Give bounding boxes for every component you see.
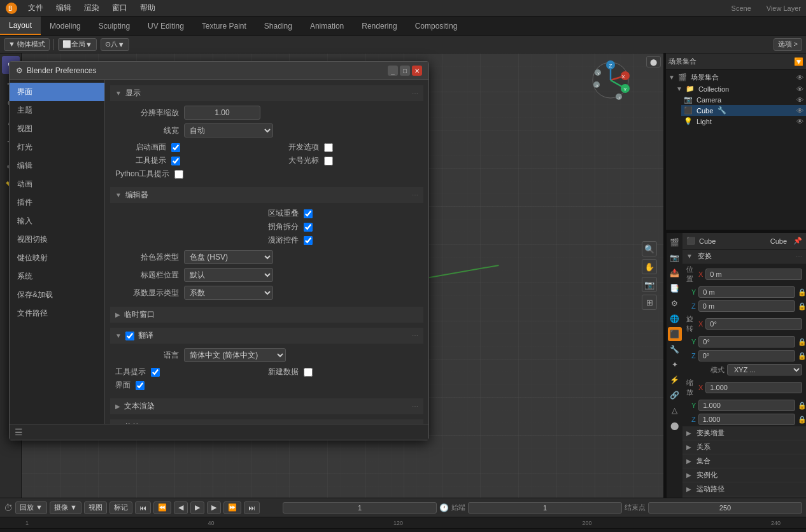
temp-window-header[interactable]: ▶ 临时窗口 <box>110 307 423 323</box>
next-keyframe-btn[interactable]: ⏩ <box>223 501 241 514</box>
header-pos-select[interactable]: 默认 <box>184 268 273 282</box>
modifier-props-icon[interactable]: 🔧 <box>668 342 682 356</box>
scale-y-input[interactable] <box>698 400 795 411</box>
data-props-icon[interactable]: △ <box>668 403 682 417</box>
eye-collection-icon[interactable]: 👁 <box>796 85 803 93</box>
rotation-z-lock[interactable]: 🔒 <box>798 352 806 360</box>
lang-select[interactable]: 简体中文 (简体中文) <box>184 348 286 362</box>
hand-icon[interactable]: ✋ <box>642 259 657 274</box>
timeline-icon[interactable]: ⏱ <box>4 503 13 513</box>
particles-icon[interactable]: ✦ <box>668 358 682 372</box>
menu-file[interactable]: 文件 <box>23 1 48 15</box>
outliner-camera[interactable]: 📷 Camera 👁 <box>681 94 806 105</box>
next-frame-btn[interactable]: ▶ <box>207 501 221 514</box>
pref-item-navigation[interactable]: 视图切换 <box>10 230 104 249</box>
corner-split-checkbox[interactable] <box>304 223 313 232</box>
num-display-select[interactable]: 系数 <box>184 286 273 300</box>
options-btn[interactable]: 选项 > <box>774 38 802 51</box>
pref-item-viewport[interactable]: 视图 <box>10 120 104 138</box>
nav-gizmo[interactable]: X Y Z -X -Y -Z <box>590 60 632 103</box>
menu-help[interactable]: 帮助 <box>135 1 160 15</box>
transform-section-header[interactable]: ▼ 变换 ⋯ <box>682 249 806 263</box>
color-picker-select[interactable]: 色盘 (HSV) <box>184 250 273 264</box>
pref-item-animation[interactable]: 动画 <box>10 175 104 193</box>
tab-layout[interactable]: Layout <box>0 17 41 35</box>
skip-end-btn[interactable]: ⏭ <box>244 501 260 514</box>
pref-item-theme[interactable]: 主题 <box>10 101 104 120</box>
translation-section-header[interactable]: ▼ 翻译 ⋯ <box>110 328 423 344</box>
zoom-icon[interactable]: 🔍 <box>642 241 657 256</box>
translation-enabled-checkbox[interactable] <box>125 332 134 340</box>
position-y-lock[interactable]: 🔒 <box>798 288 806 297</box>
outliner-scene-collection[interactable]: ▼ 🎬 场景集合 👁 <box>666 71 806 83</box>
tab-rendering[interactable]: Rendering <box>353 17 406 35</box>
trans-ui-checkbox[interactable] <box>136 381 145 390</box>
dialog-maximize-btn[interactable]: □ <box>400 66 410 76</box>
eye-scene-icon[interactable]: 👁 <box>796 74 803 81</box>
current-frame-input[interactable] <box>283 502 437 514</box>
position-z-lock[interactable]: 🔒 <box>798 302 806 311</box>
scale-x-input[interactable] <box>705 382 802 393</box>
region-overlap-checkbox[interactable] <box>304 209 313 218</box>
eye-light-icon[interactable]: 👁 <box>796 118 803 125</box>
eye-cube-icon[interactable]: 👁 <box>796 107 803 115</box>
menu-window[interactable]: 窗口 <box>107 1 132 15</box>
play-btn[interactable]: ▶ <box>190 501 204 514</box>
pref-item-system[interactable]: 系统 <box>10 267 104 286</box>
pin-icon[interactable]: 📌 <box>793 237 802 245</box>
tab-uv-editing[interactable]: UV Editing <box>139 17 193 35</box>
menu-edit[interactable]: 编辑 <box>51 1 76 15</box>
collections-header[interactable]: ▶ 集合 <box>682 454 806 468</box>
marker-menu[interactable]: 标记 <box>110 501 132 514</box>
instancing-header[interactable]: ▶ 实例化 <box>682 468 806 482</box>
constraints-icon[interactable]: 🔗 <box>668 388 682 402</box>
pref-item-addons[interactable]: 插件 <box>10 193 104 212</box>
world-props-icon[interactable]: 🌐 <box>668 312 682 326</box>
new-data-checkbox[interactable] <box>304 368 313 377</box>
view-select[interactable]: ⬜ 全局 ▼ <box>58 38 97 51</box>
line-select[interactable]: 自动 <box>184 123 273 137</box>
tab-shading[interactable]: Shading <box>255 17 301 35</box>
pref-item-save-load[interactable]: 保存&加载 <box>10 286 104 304</box>
pref-item-keymap[interactable]: 键位映射 <box>10 249 104 267</box>
cursor-checkbox[interactable] <box>324 157 333 165</box>
pref-item-editing[interactable]: 编辑 <box>10 157 104 175</box>
zoom-select[interactable]: 回放 ▼ <box>15 501 47 514</box>
scale-z-lock[interactable]: 🔒 <box>798 416 806 424</box>
editor-section-header[interactable]: ▼ 编辑器 ⋯ <box>110 187 423 203</box>
rotation-y-lock[interactable]: 🔒 <box>798 338 806 346</box>
output-props-icon[interactable]: 📤 <box>668 266 682 280</box>
pref-item-interface[interactable]: 界面 <box>10 83 104 101</box>
start-frame-input[interactable] <box>468 502 622 514</box>
position-y-input[interactable] <box>698 286 795 298</box>
text-render-header[interactable]: ▶ 文本渲染 ⋯ <box>110 398 423 414</box>
mode-select[interactable]: ▼ 物体模式 <box>4 38 50 51</box>
rotation-mode-select[interactable]: XYZ ... <box>727 364 802 375</box>
prev-frame-btn[interactable]: ◀ <box>174 501 188 514</box>
relations-header[interactable]: ▶ 关系 <box>682 440 806 454</box>
python-tooltip-checkbox[interactable] <box>174 170 183 179</box>
resolution-input[interactable] <box>184 106 260 120</box>
physics-icon[interactable]: ⚡ <box>668 373 682 387</box>
dev-checkbox[interactable] <box>324 143 333 152</box>
rotation-y-input[interactable] <box>698 336 795 347</box>
eye-camera-icon[interactable]: 👁 <box>796 96 803 104</box>
skip-start-btn[interactable]: ⏮ <box>135 501 151 514</box>
menu-render[interactable]: 渲染 <box>79 1 104 15</box>
hamburger-icon[interactable]: ☰ <box>15 427 23 437</box>
display-section-header[interactable]: ▼ 显示 ⋯ <box>110 85 423 101</box>
pref-item-file-paths[interactable]: 文件路径 <box>10 304 104 323</box>
menu-section-header[interactable]: ▶ 菜单 <box>110 419 423 424</box>
position-x-input[interactable] <box>705 269 802 280</box>
tab-animation[interactable]: Animation <box>301 17 353 35</box>
startup-checkbox[interactable] <box>171 143 180 152</box>
pref-item-lights[interactable]: 灯光 <box>10 138 104 157</box>
tooltip-checkbox[interactable] <box>171 157 180 165</box>
dialog-close-btn[interactable]: ✕ <box>412 66 422 76</box>
outliner-filter-icon[interactable]: 🔽 <box>794 57 803 66</box>
rotation-z-input[interactable] <box>698 350 795 361</box>
tab-texture-paint[interactable]: Texture Paint <box>193 17 255 35</box>
object-props-icon[interactable]: ⬛ <box>668 327 682 341</box>
grid-icon[interactable]: ⊞ <box>642 295 657 310</box>
view-menu[interactable]: 视图 <box>84 501 107 514</box>
